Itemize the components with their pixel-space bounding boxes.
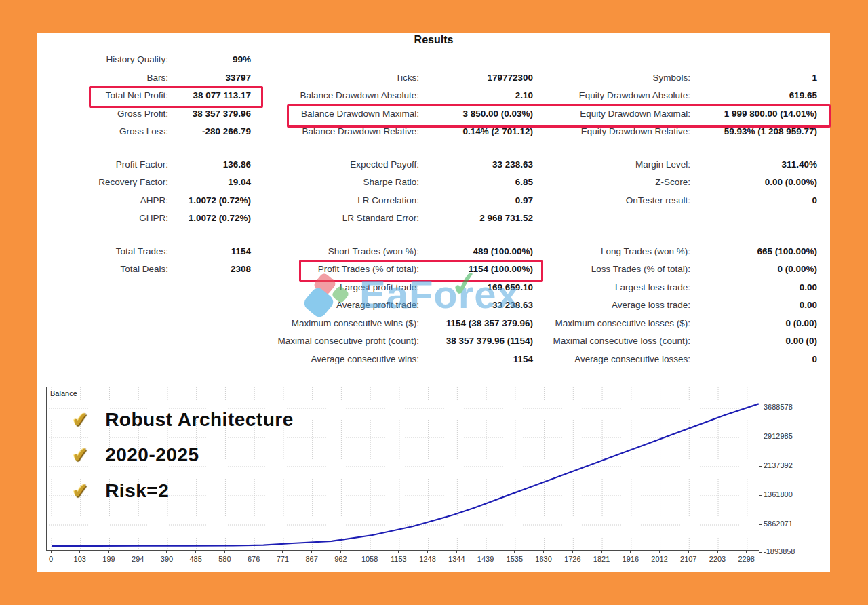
stats-column-left: History Quality:99%Bars:33797Total Net P… [47,51,251,294]
x-axis-tick-label: 1535 [500,555,530,563]
x-axis-tick-label: 771 [268,555,298,563]
x-axis-tick-label: 1916 [616,555,646,563]
x-axis-tickmark [224,550,225,553]
y-axis-tickmark [759,466,762,467]
stat-label: Maximum consecutive wins ($): [260,315,419,333]
stat-value: 38 357 379.96 (1154) [419,332,533,351]
x-axis-tickmark [659,550,660,553]
stat-label: Margin Level: [549,156,690,174]
stat-label: Equity Drawdown Absolute: [549,87,690,105]
x-axis-tickmark [166,550,167,553]
x-axis-tickmark [486,550,486,553]
annotation-text: Risk=2 [105,480,169,502]
stat-row: Total Deals:2308 [47,260,251,279]
stat-label: Short Trades (won %): [260,243,419,261]
stat-value [419,51,533,69]
stat-label: Maximum consecutive losses ($): [549,315,690,333]
x-axis-tick-label: 199 [94,555,123,563]
stat-label: Maximal consecutive loss (count): [549,332,690,351]
stat-row [549,210,817,228]
stat-label: LR Correlation: [260,192,419,210]
stat-label: History Quality: [47,51,168,69]
y-axis-tickmark [759,437,762,437]
x-axis-tickmark [195,550,196,553]
stat-label: Gross Loss: [47,123,168,141]
stat-label: Bars: [47,69,168,87]
stat-row: Maximal consecutive loss (count):0.00 (0… [549,332,817,351]
x-axis-tick-label: 1248 [413,555,443,563]
stat-label: Profit Trades (% of total): [260,260,419,279]
stat-value: 2 968 731.52 [419,210,533,228]
stat-label: Balance Drawdown Absolute: [260,87,419,105]
stat-row: Largest profit trade:169 659.10 [260,279,533,297]
stat-label: Expected Payoff: [260,156,419,174]
x-axis-tick-label: 294 [123,555,153,563]
stat-label: Equity Drawdown Maximal: [549,105,690,123]
gold-check-icon: ✔ [71,407,90,432]
stat-value: 169 659.10 [419,279,533,297]
stat-value: 1154 (38 357 379.96) [419,315,533,333]
stat-label [260,51,419,69]
stat-row: Maximum consecutive wins ($):1154 (38 35… [260,315,533,333]
annotation-robust-architecture: ✔ Robust Architecture [72,408,294,431]
x-axis-tickmark [572,550,573,553]
stat-row: Recovery Factor:19.04 [47,174,251,192]
stat-row: Average consecutive wins:1154 [260,351,533,369]
stat-label: Balance Drawdown Relative: [260,123,419,141]
stat-row: Equity Drawdown Absolute:619.65 [549,87,817,105]
stat-row: Balance Drawdown Relative:0.14% (2 701.1… [260,123,533,141]
stat-value: 19.04 [168,174,251,192]
stat-label: Symbols: [549,69,690,87]
stat-value [690,210,817,228]
x-axis-tick-label: 676 [239,555,269,563]
stat-label: Average consecutive losses: [549,351,690,369]
stat-value: 1 [690,69,817,87]
stat-label: Long Trades (won %): [549,243,690,261]
x-axis-tickmark [427,550,428,553]
stats-column-right: Symbols:1Equity Drawdown Absolute:619.65… [549,51,817,383]
x-axis-tick-label: 1344 [441,555,471,563]
stat-value: 0.97 [419,192,533,210]
stat-value: 0.00 (0) [690,332,817,351]
stat-value: 179772300 [419,69,533,87]
x-axis-tickmark [79,550,80,553]
x-axis-tickmark [51,550,52,553]
stat-row: Profit Trades (% of total):1154 (100.00%… [260,260,533,279]
stat-value: 619.65 [690,87,817,105]
stat-value: 489 (100.00%) [419,243,533,261]
y-axis-tick-label: 2912985 [764,432,793,440]
x-axis-tick-label: 2298 [732,555,762,563]
x-axis-tickmark [717,550,718,553]
stat-row: Total Net Profit:38 077 113.17 [47,87,251,105]
stat-row: Long Trades (won %):665 (100.00%) [549,243,817,261]
stat-value: 1 999 800.00 (14.01%) [690,105,817,123]
stat-row: Total Trades:1154 [47,243,251,261]
x-axis-tickmark [543,550,544,553]
stat-value: 1.0072 (0.72%) [168,192,251,210]
stat-value: 0 [690,351,817,369]
x-axis-tickmark [601,550,602,553]
y-axis-tickmark [759,495,762,496]
stat-value: 1154 (100.00%) [419,260,533,279]
stat-label: Recovery Factor: [47,174,168,192]
stat-label: Average loss trade: [549,296,690,315]
x-axis-tick-label: 580 [210,555,239,563]
x-axis-tickmark [688,550,689,553]
y-axis-tick-label: 2137392 [764,461,793,469]
x-axis-tick-label: 390 [152,555,182,563]
stat-label: Sharpe Ratio: [260,174,419,192]
stat-value: 1154 [168,243,251,261]
x-axis-tick-label: 1058 [355,555,384,563]
stat-row: Equity Drawdown Maximal:1 999 800.00 (14… [549,105,817,123]
gold-check-icon: ✔ [71,478,90,503]
stat-row: Expected Payoff:33 238.63 [260,156,533,174]
strategy-tester-results-screen: Results History Quality:99%Bars:33797Tot… [0,0,868,605]
x-axis-tick-label: 1439 [471,555,500,563]
stat-row: OnTester result:0 [549,192,817,210]
stat-value: 0.00 [690,296,817,315]
stat-value [690,51,817,69]
stat-row: Margin Level:311.40% [549,156,817,174]
x-axis-tick-label: 485 [181,555,211,563]
stat-label: Profit Factor: [47,156,168,174]
stat-label: Total Deals: [47,260,168,279]
